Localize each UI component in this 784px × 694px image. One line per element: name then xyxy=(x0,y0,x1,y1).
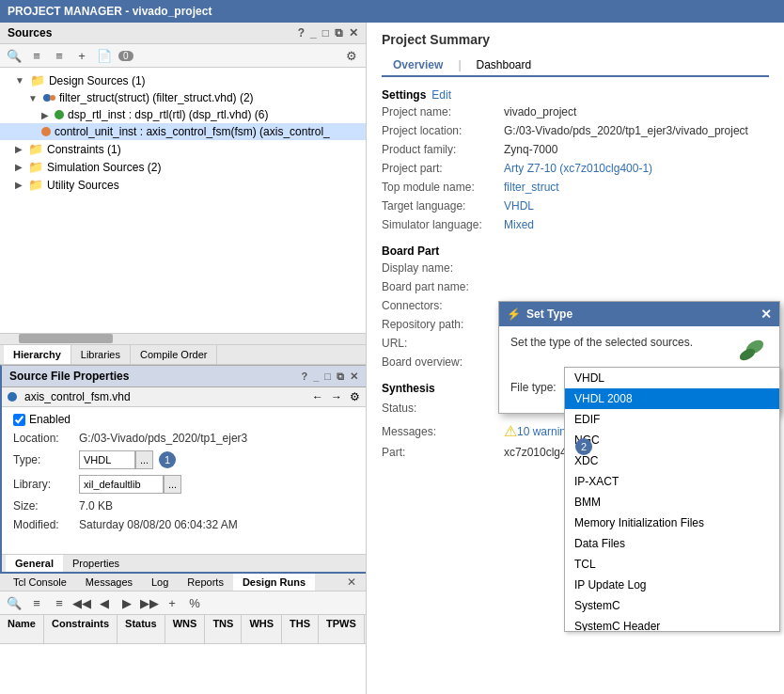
props-fullscreen[interactable]: ⧉ xyxy=(337,371,344,383)
bottom-tab-tcl[interactable]: Tcl Console xyxy=(4,574,76,591)
tab-hierarchy[interactable]: Hierarchy xyxy=(4,345,71,364)
settings-header: Settings Edit xyxy=(382,88,769,102)
bottom-tab-design-runs[interactable]: Design Runs xyxy=(233,574,315,591)
val-sim-lang-link[interactable]: Mixed xyxy=(504,218,534,231)
bottom-add-icon[interactable]: + xyxy=(164,594,180,611)
tree-label-filter: filter_struct(struct) (filter_struct.vhd… xyxy=(59,91,254,104)
val-target-lang-link[interactable]: VHDL xyxy=(504,199,534,213)
project-summary-title: Project Summary xyxy=(382,32,769,47)
dropdown-item-xdc[interactable]: XDC xyxy=(565,450,779,471)
sources-fullscreen-icon[interactable]: ⧉ xyxy=(335,26,343,39)
props-tab-bar: General Properties xyxy=(2,554,366,572)
props-gear-icon[interactable]: ⚙ xyxy=(350,390,360,403)
library-browse-btn[interactable]: ... xyxy=(164,475,181,494)
dropdown-item-ngc[interactable]: NGC xyxy=(565,430,779,450)
tree-design-sources[interactable]: ▼ 📁 Design Sources (1) xyxy=(0,71,366,89)
props-content: Enabled Location: G:/03-Vivado/pds_2020/… xyxy=(2,407,366,554)
props-tab-general[interactable]: General xyxy=(6,555,63,572)
settings-product-fam-row: Product family: Zynq-7000 xyxy=(382,143,769,156)
table-header: Name Constraints Status WNS TNS WHS THS … xyxy=(0,615,366,644)
val-project-name: vivado_project xyxy=(504,105,576,118)
dropdown-item-vhdl2008[interactable]: VHDL 2008 xyxy=(565,388,779,409)
props-arrow-left-icon[interactable]: ← xyxy=(312,390,323,403)
bottom-collapse-icon[interactable]: ≡ xyxy=(28,594,45,611)
tree-simulation[interactable]: ▶ 📁 Simulation Sources (2) xyxy=(0,158,366,176)
tree-label-design: Design Sources (1) xyxy=(49,74,146,87)
val-project-part-link[interactable]: Arty Z7-10 (xc7z010clg400-1) xyxy=(504,162,652,175)
sources-question[interactable]: ? xyxy=(298,26,305,39)
add-sources-icon[interactable]: + xyxy=(73,47,90,64)
bottom-expand-icon[interactable]: ≡ xyxy=(51,594,68,611)
bottom-percent-icon[interactable]: % xyxy=(186,594,203,611)
val-top-module-link[interactable]: filter_struct xyxy=(504,181,559,194)
dialog-title-text: Set Type xyxy=(526,308,572,321)
dropdown-item-ipupdatelog[interactable]: IP Update Log xyxy=(565,575,779,595)
file-icon[interactable]: 📄 xyxy=(96,47,113,64)
location-label: Location: xyxy=(13,432,79,445)
bottom-play-icon[interactable]: ▶ xyxy=(118,594,135,611)
folder-icon-design: 📁 xyxy=(30,73,45,87)
lbl-sim-lang: Simulator language: xyxy=(382,218,504,231)
modified-value: Saturday 08/08/20 06:04:32 AM xyxy=(79,518,238,531)
tree-filter-struct[interactable]: ▼ filter_struct(struct) (filter_struct.v… xyxy=(0,89,366,106)
bottom-next-icon[interactable]: ▶▶ xyxy=(141,594,158,611)
library-input[interactable] xyxy=(79,475,164,494)
props-close-icon[interactable]: ✕ xyxy=(350,371,358,383)
search-icon[interactable]: 🔍 xyxy=(6,47,23,64)
tab-libraries[interactable]: Libraries xyxy=(71,345,131,364)
tree-utility[interactable]: ▶ 📁 Utility Sources xyxy=(0,176,366,194)
sources-hscroll[interactable] xyxy=(0,333,366,344)
props-tab-properties[interactable]: Properties xyxy=(63,555,129,572)
dropdown-item-meminit[interactable]: Memory Initialization Files xyxy=(565,513,779,533)
overview-tab-overview[interactable]: Overview xyxy=(382,55,454,77)
dropdown-item-edif[interactable]: EDIF xyxy=(565,409,779,430)
dropdown-item-systemc-header[interactable]: SystemC Header xyxy=(565,616,779,631)
col-whs: WHS xyxy=(242,615,282,643)
overview-tab-dashboard[interactable]: Dashboard xyxy=(465,55,543,77)
bottom-prev-icon[interactable]: ◀ xyxy=(96,594,113,611)
bottom-tab-reports[interactable]: Reports xyxy=(178,574,233,591)
bottom-tab-messages[interactable]: Messages xyxy=(76,574,142,591)
dropdown-item-systemc[interactable]: SystemC xyxy=(565,595,779,616)
dropdown-item-datafiles[interactable]: Data Files xyxy=(565,533,779,554)
tab-compile-order[interactable]: Compile Order xyxy=(131,345,218,364)
enabled-checkbox[interactable] xyxy=(13,414,25,426)
dropdown-item-bmm[interactable]: BMM xyxy=(565,492,779,513)
bottom-first-icon[interactable]: ◀◀ xyxy=(73,594,90,611)
sources-close-icon[interactable]: ✕ xyxy=(349,26,358,39)
bottom-close-btn[interactable]: ✕ xyxy=(341,574,362,591)
lbl-project-name: Project name: xyxy=(382,105,504,118)
tree-constraints[interactable]: ▶ 📁 Constraints (1) xyxy=(0,140,366,158)
props-header-left: Source File Properties xyxy=(9,370,129,383)
folder-icon-constraints: 📁 xyxy=(28,142,43,156)
val-product-fam: Zynq-7000 xyxy=(504,143,557,156)
size-value: 7.0 KB xyxy=(79,499,113,513)
gear-icon[interactable]: ⚙ xyxy=(343,47,360,64)
props-restore[interactable]: □ xyxy=(324,371,331,382)
type-input[interactable] xyxy=(79,450,135,469)
dialog-close-btn[interactable]: ✕ xyxy=(760,307,772,322)
settings-edit-link[interactable]: Edit xyxy=(431,88,451,102)
dropdown-item-vhdl[interactable]: VHDL xyxy=(565,368,779,388)
tree-control-unit[interactable]: control_unit_inst : axis_control_fsm(fsm… xyxy=(0,123,366,140)
tree-dsp-rtl[interactable]: ▶ dsp_rtl_inst : dsp_rtl(rtl) (dsp_rtl.v… xyxy=(0,106,366,123)
col-wns: WNS xyxy=(165,615,206,643)
props-minimize[interactable]: _ xyxy=(313,371,319,382)
tree-label-control: control_unit_inst : axis_control_fsm(fsm… xyxy=(55,125,330,138)
dropdown-item-ipxact[interactable]: IP-XACT xyxy=(565,471,779,492)
props-arrow-right-icon[interactable]: → xyxy=(331,390,342,403)
sources-header-controls: ? _ □ ⧉ ✕ xyxy=(298,26,358,39)
sources-restore-icon[interactable]: □ xyxy=(322,26,329,39)
left-panel: Sources ? _ □ ⧉ ✕ 🔍 ≡ ≡ + 📄 0 ⚙ xyxy=(0,23,367,694)
collapse-all-icon[interactable]: ≡ xyxy=(28,47,45,64)
bottom-search-icon[interactable]: 🔍 xyxy=(6,594,23,611)
type-browse-btn[interactable]: ... xyxy=(135,450,153,469)
sources-panel: Sources ? _ □ ⧉ ✕ 🔍 ≡ ≡ + 📄 0 ⚙ xyxy=(0,23,366,365)
sources-minimize-icon[interactable]: _ xyxy=(310,26,317,39)
expand-all-icon[interactable]: ≡ xyxy=(51,47,68,64)
bottom-tab-log[interactable]: Log xyxy=(142,574,178,591)
col-ths: THS xyxy=(282,615,319,643)
props-question[interactable]: ? xyxy=(301,371,307,382)
dropdown-item-tcl[interactable]: TCL xyxy=(565,554,779,575)
enabled-row: Enabled xyxy=(13,413,354,426)
